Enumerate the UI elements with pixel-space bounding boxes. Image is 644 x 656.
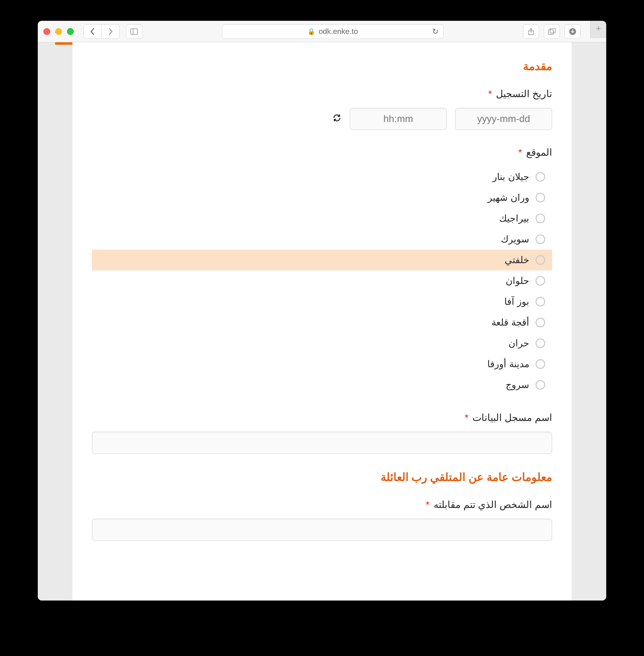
location-option-label: حلوان [506,275,529,286]
url-text: odk.enke.to [319,27,358,36]
datetime-inputs [92,108,552,130]
svg-rect-5 [550,28,555,33]
location-option-label: بوز آفا [504,296,529,307]
progress-indicator [55,42,72,45]
refresh-icon [332,113,341,122]
label-location-text: الموقع [526,147,552,158]
required-marker: * [518,147,522,158]
radio-icon [536,276,545,286]
new-tab-button[interactable]: + [590,21,606,38]
radio-icon [536,255,545,265]
radio-icon [536,318,545,327]
location-option[interactable]: بوز آفا [92,291,552,312]
location-option-label: حران [508,338,529,349]
location-option[interactable]: سويرك [92,229,552,250]
location-option[interactable]: أقجة قلعة [92,312,552,333]
location-option[interactable]: بيراجيك [92,208,552,229]
location-option-label: خلفتي [505,254,529,266]
location-option[interactable]: خلفتي [92,250,552,270]
label-interviewee-name: اسم الشخص الذي تتم مقابلته * [92,499,552,510]
location-option[interactable]: جيلان بنار [92,166,552,187]
share-button[interactable] [523,24,539,39]
location-option-label: بيراجيك [499,213,529,224]
location-option[interactable]: حلوان [92,270,552,291]
location-option[interactable]: سروج [92,374,552,395]
nav-buttons [84,24,120,39]
download-icon [569,28,576,35]
radio-icon [536,297,545,307]
toolbar-right: + [523,24,601,39]
location-option-label: جيلان بنار [493,171,529,182]
window-controls [43,28,74,35]
radio-icon [536,172,545,182]
browser-toolbar: 🔒 odk.enke.to ↻ + [38,21,606,42]
sidebar-toggle-button[interactable] [126,24,142,39]
location-option[interactable]: وران شهير [92,187,552,208]
radio-icon [536,234,545,244]
location-option[interactable]: مدينة أورفا [92,354,552,374]
label-registration-date-text: تاريخ التسجيل [496,88,552,99]
section-recipient-title: معلومات عامة عن المتلقي رب العائلة [92,471,552,484]
required-marker: * [488,88,492,99]
label-registration-date: تاريخ التسجيل * [92,88,552,100]
reload-icon[interactable]: ↻ [432,27,438,36]
maximize-window-button[interactable] [67,28,74,35]
tabs-icon [548,28,556,35]
location-option-label: أقجة قلعة [491,317,529,328]
minimize-window-button[interactable] [55,28,62,35]
label-location: الموقع * [92,147,552,158]
date-input[interactable] [455,108,552,130]
radio-icon [536,359,545,369]
survey-form: مقدمة تاريخ التسجيل * الموقع * جيلان بن [72,42,572,601]
radio-icon [536,193,545,202]
label-recorder-name-text: اسم مسجل البيانات [472,412,552,423]
location-option[interactable]: حران [92,333,552,354]
browser-viewport: مقدمة تاريخ التسجيل * الموقع * جيلان بن [38,42,606,601]
location-option-label: مدينة أورفا [487,359,529,370]
required-marker: * [465,412,469,423]
browser-window: 🔒 odk.enke.to ↻ + مقدمة تا [38,21,606,601]
tabs-button[interactable] [544,24,560,39]
radio-icon [536,338,545,348]
downloads-button[interactable] [565,24,581,39]
address-bar-container: 🔒 odk.enke.to ↻ [156,24,509,39]
back-button[interactable] [84,24,102,39]
chevron-right-icon [108,28,113,35]
svg-rect-0 [131,29,138,34]
refresh-datetime-button[interactable] [332,113,341,125]
required-marker: * [426,499,429,510]
location-option-label: سويرك [501,234,529,245]
location-option-label: سروج [506,379,529,390]
share-icon [528,28,534,35]
address-bar[interactable]: 🔒 odk.enke.to ↻ [222,24,444,39]
interviewee-name-input[interactable] [92,519,552,541]
chevron-left-icon [90,28,95,35]
section-intro-title: مقدمة [92,60,552,73]
sidebar-icon [130,28,138,35]
location-option-label: وران شهير [488,192,529,203]
label-recorder-name: اسم مسجل البيانات * [92,412,552,423]
close-window-button[interactable] [43,28,50,35]
recorder-name-input[interactable] [92,432,552,454]
time-input[interactable] [350,108,447,130]
radio-icon [536,214,545,223]
radio-icon [536,380,545,390]
svg-rect-4 [548,30,554,34]
forward-button[interactable] [102,24,120,39]
label-interviewee-name-text: اسم الشخص الذي تتم مقابلته [434,499,552,510]
page-background: مقدمة تاريخ التسجيل * الموقع * جيلان بن [55,42,589,601]
location-radio-group: جيلان بناروران شهيربيراجيكسويركخلفتيحلوا… [92,166,552,395]
lock-icon: 🔒 [307,28,315,35]
